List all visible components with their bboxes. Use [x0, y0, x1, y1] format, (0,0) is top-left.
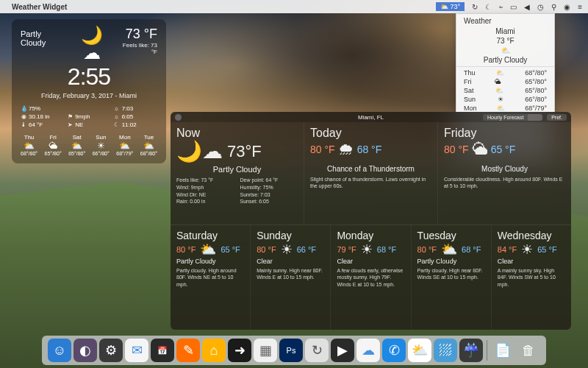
- wifi-icon[interactable]: ⧜: [499, 3, 503, 11]
- volume-icon[interactable]: ◀: [524, 3, 530, 11]
- dock-app-icon[interactable]: ☔: [459, 339, 483, 362]
- sunset-icon: ☼: [114, 113, 120, 120]
- spotlight-icon[interactable]: ⚲: [551, 3, 556, 11]
- now-humidity: Humidity: 75%: [240, 184, 298, 191]
- day-condition: Partly Cloudy: [417, 258, 485, 265]
- now-rain: Rain: 0.00 in: [176, 198, 234, 205]
- pressure-icon: ◉: [21, 113, 26, 120]
- dock-app-icon[interactable]: ▦: [254, 339, 277, 362]
- widget-humidity: 75%: [29, 105, 40, 112]
- day-label: Wednesday: [498, 230, 565, 241]
- today-lo: 68 °F: [357, 144, 382, 155]
- dock-app-icon[interactable]: ⛆: [434, 339, 457, 362]
- friday-condition: Mostly Cloudy: [444, 165, 565, 173]
- forecast-panel: Miami, FL Hourly Forecast Pref. Now 🌙☁ 7…: [171, 112, 571, 330]
- moon-cloud-icon: 🌙☁: [176, 141, 223, 162]
- now-wind: Wind: 9mph: [176, 184, 234, 191]
- dropdown-forecast-row: Fri🌥65°/80°: [456, 77, 554, 86]
- tab-hourly[interactable]: Hourly Forecast: [483, 114, 528, 121]
- day-hi: 80 °F: [257, 245, 276, 254]
- dock-app-icon[interactable]: ▶: [331, 339, 354, 362]
- dock-app-icon[interactable]: ↻: [305, 339, 329, 362]
- dock-app-icon[interactable]: ⛅: [408, 339, 431, 362]
- forecast-day-cell: Sunday 80 °F ☀ 66 °F Clear Mainly sunny.…: [251, 225, 331, 330]
- dock-app-icon[interactable]: ➜: [228, 339, 251, 362]
- forecast-day-cell: Wednesday 84 °F ☀ 65 °F Clear A mainly s…: [492, 225, 571, 330]
- friday-hi: 80 °F: [444, 144, 469, 155]
- today-condition: Chance of a Thunderstorm: [310, 165, 431, 173]
- weather-icon: ☀: [361, 243, 373, 256]
- forecast-day-cell: Saturday 80 °F ⛅ 65 °F Partly Cloudy Par…: [171, 225, 251, 330]
- dock-app-icon[interactable]: ⌂: [202, 339, 226, 362]
- now-condition: Partly Cloudy: [176, 165, 298, 174]
- widget-dewpoint: 64 °F: [29, 121, 43, 128]
- thunder-icon: 🌧: [338, 141, 354, 158]
- notifications-icon[interactable]: ≡: [578, 3, 582, 11]
- dock-app-icon[interactable]: 📄: [491, 339, 514, 362]
- widget-time: 2:55: [21, 63, 157, 91]
- display-icon[interactable]: ▭: [510, 3, 517, 11]
- dock-separator: [487, 340, 487, 361]
- forecast-now: Now 🌙☁ 73°F Partly Cloudy Feels like: 73…: [171, 122, 304, 224]
- widget-pressure: 30.18 in: [29, 113, 49, 120]
- dock-app-icon[interactable]: ⚙: [99, 339, 123, 362]
- widget-moonrise: 11:02: [122, 121, 137, 128]
- close-button[interactable]: [175, 114, 182, 121]
- dock-app-icon[interactable]: ☁: [356, 339, 380, 362]
- day-condition: Clear: [337, 258, 404, 265]
- menubar-weather-badge[interactable]: ⛅ 73°: [436, 2, 465, 11]
- dropdown-forecast-row: Sat⛅65°/80°: [456, 86, 554, 95]
- dock-app-icon[interactable]: ✎: [176, 339, 200, 362]
- widget-forecast-day: Mon⛅68°/79°: [116, 134, 133, 156]
- dock-app-icon[interactable]: 📅: [151, 339, 174, 362]
- day-condition: Clear: [498, 258, 565, 265]
- day-hi: 80 °F: [176, 245, 196, 254]
- today-label: Today: [310, 127, 431, 140]
- day-lo: 65 °F: [537, 245, 556, 254]
- widget-feels-like: Feels like: 73 °F: [117, 42, 157, 55]
- day-label: Monday: [337, 230, 404, 241]
- dewpoint-icon: 🌡: [21, 121, 26, 128]
- now-winddir: Wind Dir: NE: [176, 191, 234, 199]
- day-hi: 80 °F: [417, 245, 437, 254]
- dock-app-icon[interactable]: Ps: [279, 339, 303, 362]
- forecast-today: Today 80 °F 🌧 68 °F Chance of a Thunders…: [304, 122, 438, 224]
- siri-icon[interactable]: ◉: [564, 3, 570, 11]
- dock-app-icon[interactable]: ◐: [74, 339, 97, 362]
- dock-app-icon[interactable]: ✆: [382, 339, 406, 362]
- dock-app-icon[interactable]: ☺: [48, 339, 71, 362]
- app-name[interactable]: Weather Widget: [12, 3, 67, 11]
- dropdown-title: Weather: [456, 15, 554, 26]
- dock-app-icon[interactable]: ✉: [125, 339, 148, 362]
- friday-label: Friday: [444, 127, 565, 140]
- do-not-disturb-icon[interactable]: ☾: [485, 3, 492, 11]
- clock-icon[interactable]: ◷: [537, 3, 544, 11]
- day-desc: Partly cloudy. High near 80F. Winds SE a…: [417, 267, 485, 281]
- day-desc: A mainly sunny sky. High 84F. Winds SW a…: [498, 267, 565, 288]
- sunrise-icon: ☼: [114, 105, 120, 112]
- dock-app-icon[interactable]: 🗑: [517, 339, 540, 362]
- pref-button[interactable]: Pref.: [547, 114, 567, 121]
- friday-desc: Considerable cloudiness. High around 80F…: [444, 176, 565, 190]
- widget-forecast-day: Tue⛅68°/80°: [140, 134, 157, 156]
- day-hi: 79 °F: [337, 245, 356, 254]
- timemachine-icon[interactable]: ↻: [472, 3, 478, 11]
- moon-cloud-icon: 🌙☁: [73, 26, 111, 62]
- day-lo: 65 °F: [220, 245, 240, 254]
- dropdown-condition: Partly Cloudy: [456, 55, 554, 65]
- humidity-icon: 💧: [21, 105, 26, 112]
- day-condition: Partly Cloudy: [176, 258, 244, 265]
- now-sunrise: Sunrise: 7:03: [240, 191, 298, 199]
- weather-icon: ☀: [521, 243, 533, 256]
- day-condition: Clear: [257, 258, 324, 265]
- today-hi: 80 °F: [310, 144, 335, 155]
- weather-icon: ⛅: [441, 243, 457, 256]
- dock: ☺◐⚙✉📅✎⌂➜▦Ps↻▶☁✆⛅⛆☔ 📄🗑: [42, 336, 546, 365]
- widget-date: Friday, February 3, 2017 - Miami: [21, 92, 157, 99]
- today-desc: Slight chance of a thunderstorm. Lows ov…: [310, 176, 431, 190]
- dropdown-forecast-row: Sun☀66°/80°: [456, 95, 554, 104]
- forecast-day-cell: Monday 79 °F ☀ 68 °F Clear A few clouds …: [331, 225, 411, 330]
- tab-other[interactable]: [528, 114, 542, 121]
- day-lo: 66 °F: [297, 245, 316, 254]
- day-desc: A few clouds early, otherwise mostly sun…: [337, 267, 404, 288]
